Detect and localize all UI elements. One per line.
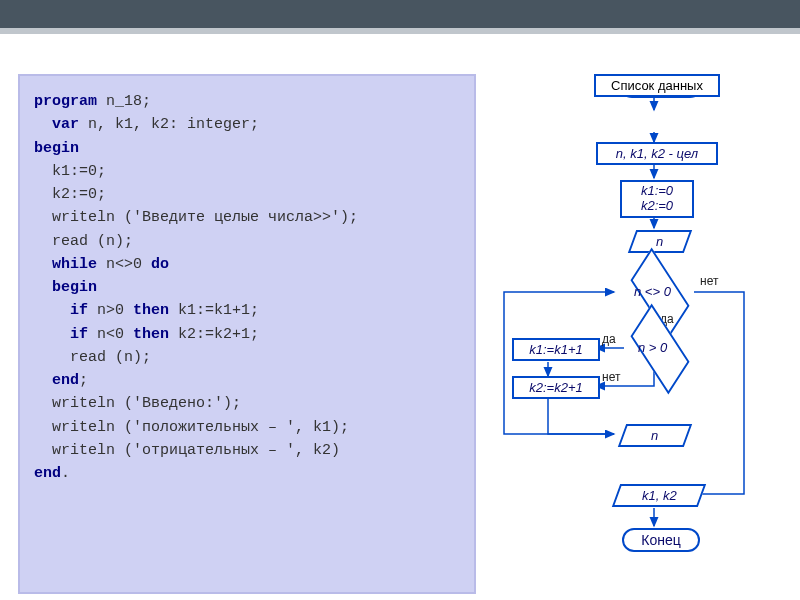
line-writeln-result: writeln ('Введено:'); [52, 395, 241, 412]
if1-act: k1:=k1+1; [169, 302, 259, 319]
label-cond2-yes: да [602, 332, 616, 346]
kw-if-1: if [70, 302, 88, 319]
node-action-k2: k2:=k2+1 [512, 376, 600, 399]
node-input-n2: n [618, 424, 692, 447]
line-read-n: read (n); [52, 233, 133, 250]
node-output: k1, k2 [612, 484, 706, 507]
node-vars: n, k1, k2 - цел [596, 142, 718, 165]
line-writeln-pos: writeln ('положительных – ', k1); [52, 419, 349, 436]
kw-then-2: then [133, 326, 169, 343]
dot: . [61, 465, 70, 482]
line-writeln-neg: writeln ('отрицательных – ', k2) [52, 442, 340, 459]
kw-end-1: end [52, 372, 79, 389]
while-cond: n<>0 [97, 256, 151, 273]
label-cond2-no: нет [602, 370, 620, 384]
if1-cond: n>0 [88, 302, 133, 319]
kw-begin: begin [34, 140, 79, 157]
flowchart: Начало Список данных n, k1, k2 - цел k1:… [484, 74, 784, 594]
code-listing: program n_18; var n, k1, k2: integer; be… [18, 74, 476, 594]
kw-do: do [151, 256, 169, 273]
if2-cond: n<0 [88, 326, 133, 343]
slide-content: program n_18; var n, k1, k2: integer; be… [0, 34, 800, 600]
line-read-n-loop: read (n); [70, 349, 151, 366]
line-k1-init: k1:=0; [52, 163, 106, 180]
node-cond2-label: n > 0 [638, 340, 667, 355]
node-action-k1: k1:=k1+1 [512, 338, 600, 361]
node-data-list: Список данных [594, 74, 720, 97]
kw-then-1: then [133, 302, 169, 319]
node-input-n: n [628, 230, 692, 253]
label-cond1-no: нет [700, 274, 718, 288]
kw-if-2: if [70, 326, 88, 343]
line-writeln-prompt: writeln ('Введите целые числа>>'); [52, 209, 358, 226]
if2-act: k2:=k2+1; [169, 326, 259, 343]
node-init: k1:=0 k2:=0 [620, 180, 694, 218]
node-end: Конец [622, 528, 700, 552]
node-cond1-label: n <> 0 [634, 284, 671, 299]
kw-begin-2: begin [52, 279, 97, 296]
semi: ; [79, 372, 88, 389]
kw-end-2: end [34, 465, 61, 482]
var-decl: n, k1, k2: integer; [79, 116, 259, 133]
kw-program: program [34, 93, 97, 110]
kw-var: var [52, 116, 79, 133]
kw-while: while [52, 256, 97, 273]
line-k2-init: k2:=0; [52, 186, 106, 203]
top-bar [0, 0, 800, 34]
program-name: n_18; [97, 93, 151, 110]
